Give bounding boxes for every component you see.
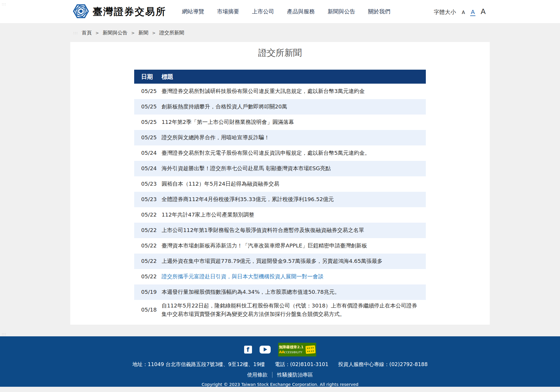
play-icon: [264, 347, 267, 351]
footer-contact-row: 地址：11049 台北市信義路五段7號3樓、9至12樓、19樓 電話：(02)8…: [0, 361, 560, 368]
footer-link-0[interactable]: 使用條款: [247, 371, 267, 378]
font-size-options: AAA: [462, 7, 486, 16]
table-row: 05/23 圓裕自本（112）年5月24日起得為融資融券交易: [134, 176, 426, 192]
table-row: 05/22 112年共計47家上市公司產業類別調整: [134, 207, 426, 223]
youtube-icon[interactable]: [260, 346, 271, 354]
font-size-option-2[interactable]: A: [481, 7, 486, 16]
nav-item-5[interactable]: 關於我們: [368, 8, 390, 15]
row-date: 05/23: [134, 180, 162, 188]
table-row: 05/23 全體證券商112年4月份稅後淨利35.33億元，累計稅後淨利196.…: [134, 192, 426, 207]
row-title-link[interactable]: 臺灣資本市場創新板再添新活力！「汽車改裝車燈界APPLE」巨鎧精密申請臺灣創新板: [162, 242, 426, 250]
row-date: 05/24: [134, 164, 162, 173]
breadcrumb-accessibility-anchor[interactable]: :::: [73, 31, 78, 35]
row-title-link[interactable]: 自112年5月22日起，隆銘綠能科技工程股份有限公司（代號：3018）上市有價證…: [162, 302, 426, 318]
row-date: 05/22: [134, 211, 162, 219]
breadcrumb: ::: 首頁>新聞與公告>新聞>證交所新聞: [70, 24, 490, 42]
nav-item-2[interactable]: 上市公司: [252, 8, 274, 15]
row-date: 05/25: [134, 133, 162, 142]
row-date: 05/22: [134, 226, 162, 235]
breadcrumb-item-3: 證交所新聞: [159, 29, 184, 36]
row-date: 05/22: [134, 257, 162, 266]
row-title-link[interactable]: 上市公司112年第1季財務報告之每股淨值資料符合應暫停及恢復融資融券交易之名單: [162, 226, 426, 235]
footer-links-row: 使用條款性騷擾防治專區: [0, 371, 560, 378]
accessibility-badge[interactable]: 無障礙標章2.1 AACCESSIBILITY: [278, 343, 316, 356]
table-row: 05/22 上市公司112年第1季財務報告之每股淨值資料符合應暫停及恢復融資融券…: [134, 223, 426, 238]
footer-service-line: 投資人服務中心專線：(02)2792-8188: [338, 361, 428, 368]
row-date: 05/25: [134, 87, 162, 96]
breadcrumb-item-0[interactable]: 首頁: [82, 29, 92, 36]
twse-logo-icon: [73, 3, 89, 21]
table-row: 05/25 證交所與文總跨界合作，用嘻哈宣導反詐騙！: [134, 130, 426, 145]
table-row: 05/25 112年第2季「第一上市公司財務業務說明會」圓滿落幕: [134, 115, 426, 130]
table-row: 05/22 上週外資在集中市場買超778.79億元，買超開發金9.57萬張最多，…: [134, 254, 426, 269]
footer-link-1[interactable]: 性騷擾防治專區: [277, 371, 313, 378]
nav-item-1[interactable]: 市場摘要: [217, 8, 239, 15]
accessibility-anchor-footer[interactable]: :::: [2, 332, 6, 336]
row-date: 05/18: [134, 306, 162, 314]
main-nav: 網站導覽市場摘要上市公司產品與服務新聞與公告關於我們: [182, 8, 390, 15]
font-size-option-1[interactable]: A: [470, 8, 475, 16]
row-title-link[interactable]: 海外引資趁勝出擊！證交所率七公司赴星馬 彰顯臺灣資本市場ESG亮點: [162, 164, 426, 173]
nav-item-0[interactable]: 網站導覽: [182, 8, 204, 15]
accessibility-anchor-top[interactable]: :::: [2, 2, 6, 6]
news-table-body: 05/25 臺灣證券交易所對誠研科技股份有限公司違反重大訊息規定，處以新台幣3萬…: [134, 84, 426, 320]
footer-social-row: f 無障礙標章2.1 AACCESSIBILITY: [0, 342, 560, 357]
row-title-link[interactable]: 上週外資在集中市場買超778.79億元，買超開發金9.57萬張最多，另賣超鴻海4…: [162, 257, 426, 266]
accessibility-badge-title: 無障礙標章2.1: [279, 345, 304, 349]
row-title-link[interactable]: 臺灣證券交易所對誠研科技股份有限公司違反重大訊息規定，處以新台幣3萬元違約金: [162, 87, 426, 96]
breadcrumb-separator: >: [131, 31, 135, 35]
table-row: 05/18 自112年5月22日起，隆銘綠能科技工程股份有限公司（代號：3018…: [134, 300, 426, 320]
nav-item-3[interactable]: 產品與服務: [287, 8, 315, 15]
nav-item-4[interactable]: 新聞與公告: [328, 8, 355, 15]
row-title-link[interactable]: 臺灣證券交易所對京元電子股份有限公司違反資訊申報規定，處以新台幣5萬元違約金。: [162, 149, 426, 157]
footer-link-divider: [272, 372, 272, 378]
row-title-link[interactable]: 證交所攜手元富證赴日引資，與日本大型機構投資人展開一對一會談: [162, 273, 426, 281]
breadcrumb-item-2[interactable]: 新聞: [139, 29, 148, 36]
breadcrumb-separator: >: [95, 31, 99, 35]
table-row: 05/22 證交所攜手元富證赴日引資，與日本大型機構投資人展開一對一會談: [134, 269, 426, 284]
row-title-link[interactable]: 證交所與文總跨界合作，用嘻哈宣導反詐騙！: [162, 133, 426, 142]
logo-wordmark: 臺灣證券交易所: [93, 5, 166, 18]
row-date: 05/25: [134, 103, 162, 111]
table-row: 05/19 本週發行量加權股價指數漲幅約為4.34%，上市股票總市值達50.78…: [134, 284, 426, 300]
news-table-header: 日期 標題: [134, 70, 426, 84]
footer-address: 地址：11049 台北市信義路五段7號3樓、9至12樓、19樓: [132, 361, 265, 368]
row-title-link[interactable]: 全體證券商112年4月份稅後淨利35.33億元，累計稅後淨利196.52億元: [162, 195, 426, 204]
twse-logo[interactable]: 臺灣證券交易所: [73, 3, 166, 21]
row-title-link[interactable]: 112年共計47家上市公司產業類別調整: [162, 211, 426, 219]
font-size-label: 字體大小: [434, 8, 456, 16]
row-date: 05/19: [134, 288, 162, 296]
breadcrumb-separator: >: [152, 31, 156, 35]
row-date: 05/22: [134, 273, 162, 281]
table-row: 05/25 創新板熱度持續攀升，合格投資人戶數即將叩關20萬: [134, 99, 426, 115]
breadcrumb-item-1[interactable]: 新聞與公告: [103, 29, 127, 36]
font-size-control: 字體大小 AAA: [434, 7, 486, 16]
table-row: 05/22 臺灣資本市場創新板再添新活力！「汽車改裝車燈界APPLE」巨鎧精密申…: [134, 238, 426, 254]
header-cell-date: 日期: [134, 73, 162, 81]
copyright-text: Copyright © 2023 Taiwan Stock Exchange C…: [0, 382, 560, 387]
table-row: 05/24 臺灣證券交易所對京元電子股份有限公司違反資訊申報規定，處以新台幣5萬…: [134, 145, 426, 161]
footer-phone: 電話：(02)8101-3101: [275, 361, 328, 368]
row-title-link[interactable]: 創新板熱度持續攀升，合格投資人戶數即將叩關20萬: [162, 103, 426, 111]
row-title-link[interactable]: 圓裕自本（112）年5月24日起得為融資融券交易: [162, 180, 426, 188]
row-date: 05/23: [134, 195, 162, 204]
accessibility-badge-subtitle: AACCESSIBILITY: [279, 349, 304, 354]
font-size-option-0[interactable]: A: [462, 10, 465, 15]
page-title: 證交所新聞: [70, 47, 490, 58]
news-table: 日期 標題 05/25 臺灣證券交易所對誠研科技股份有限公司違反重大訊息規定，處…: [134, 70, 426, 320]
header-cell-title: 標題: [162, 73, 426, 81]
row-date: 05/24: [134, 149, 162, 157]
facebook-icon[interactable]: f: [244, 346, 252, 354]
row-title-link[interactable]: 112年第2季「第一上市公司財務業務說明會」圓滿落幕: [162, 118, 426, 126]
footer: f 無障礙標章2.1 AACCESSIBILITY 地址：11049 台北市信義…: [0, 336, 560, 387]
row-title-link[interactable]: 本週發行量加權股價指數漲幅約為4.34%，上市股票總市值達50.78兆元。: [162, 288, 426, 296]
top-bar: 臺灣證券交易所 網站導覽市場摘要上市公司產品與服務新聞與公告關於我們 字體大小 …: [0, 0, 560, 24]
content-card: 證交所新聞 日期 標題 05/25 臺灣證券交易所對誠研科技股份有限公司違反重大…: [70, 42, 490, 325]
table-row: 05/24 海外引資趁勝出擊！證交所率七公司赴星馬 彰顯臺灣資本市場ESG亮點: [134, 161, 426, 176]
keyboard-icon: [305, 345, 316, 354]
row-date: 05/22: [134, 242, 162, 250]
row-date: 05/25: [134, 118, 162, 126]
table-row: 05/25 臺灣證券交易所對誠研科技股份有限公司違反重大訊息規定，處以新台幣3萬…: [134, 84, 426, 99]
